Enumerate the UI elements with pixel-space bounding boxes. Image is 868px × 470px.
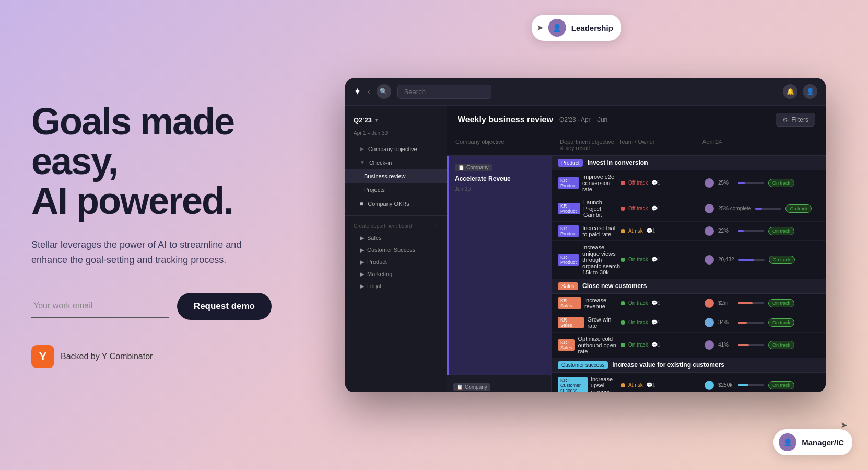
email-input[interactable] <box>31 295 169 318</box>
sidebar: Q2'23 ▾ Apr 1 – Jun 30 ▶ Company objecti… <box>345 106 447 392</box>
kr-value: $250k <box>718 382 734 388</box>
table-row[interactable]: KR · Product Launch Project Gambit Off t… <box>552 196 826 222</box>
kr-value: 41% <box>718 342 734 348</box>
on-track-badge: On track <box>768 318 794 327</box>
table-row[interactable]: KR · Sales Optimize cold outbound open r… <box>552 333 826 358</box>
app-logo: ✦ <box>354 86 361 97</box>
kr-tag: KR · Product <box>558 177 579 189</box>
page-title: Weekly business review <box>458 115 553 124</box>
chat-icon[interactable]: 💬1 <box>651 319 661 325</box>
sidebar-item-marketing[interactable]: ▶Marketing <box>345 268 447 280</box>
main-header: Weekly business review Q2'23 · Apr – Jun… <box>447 106 826 134</box>
table-header: Company objective Department objective &… <box>447 134 826 156</box>
kr-status: Off track 💬1 <box>621 205 705 211</box>
chat-icon[interactable]: 💬1 <box>651 180 661 186</box>
sidebar-item-projects[interactable]: Projects <box>345 183 447 197</box>
col-header-date: April 24 <box>702 139 817 151</box>
kr-meta: 25% On track <box>705 178 819 188</box>
leadership-avatar: 👤 <box>548 19 566 37</box>
sidebar-item-company-okrs[interactable]: ■ Company OKRs <box>345 197 447 211</box>
search-input[interactable] <box>397 85 491 99</box>
kr-meta: 25% complete On track <box>705 204 819 213</box>
yc-badge: Y Backed by Y Combinator <box>31 345 272 368</box>
chat-icon[interactable]: 💬1 <box>646 382 655 388</box>
avatar <box>705 255 714 265</box>
sidebar-item-legal[interactable]: ▶Legal <box>345 280 447 292</box>
objective-card-1[interactable]: 📋Company Accelerate Reveue Jun 30 <box>447 156 551 375</box>
chat-icon[interactable]: 💬1 <box>651 300 661 306</box>
leadership-label: Leadership <box>571 24 613 32</box>
hero-subtitle: Stellar leverages the power of AI to str… <box>31 237 261 268</box>
kr-name: Launch Project Gambit <box>583 199 621 218</box>
kr-meta: 41% On track <box>705 340 819 350</box>
request-demo-button[interactable]: Request demo <box>177 293 272 320</box>
leadership-badge: ➤ 👤 Leadership <box>532 15 621 41</box>
dept-tag-cs: Customer success <box>558 361 608 369</box>
kr-column: Product Invest in conversion KR · Produc… <box>552 156 826 392</box>
main-period: Q2'23 · Apr – Jun <box>559 116 607 123</box>
kr-meta: $2m On track <box>705 299 819 308</box>
status-text: At risk <box>628 382 643 388</box>
chat-icon[interactable]: 💬1 <box>646 228 655 234</box>
kr-value: $2m <box>718 300 734 306</box>
kr-status: On track 💬1 <box>621 257 705 262</box>
kr-name: Grow win rate <box>587 316 621 329</box>
kr-name: Increase upsell revenue <box>591 376 621 392</box>
table-row[interactable]: KR · Sales Grow win rate On track 💬1 34% <box>552 313 826 333</box>
avatar <box>705 204 714 213</box>
on-track-badge: On track <box>768 179 794 187</box>
sidebar-item-checkin[interactable]: ▼ Check-in <box>345 156 447 169</box>
topbar-icons: 🔔 👤 <box>783 84 817 99</box>
notification-icon[interactable]: 🔔 <box>783 84 797 99</box>
kr-group-cs-label: Increase value for existing customers <box>612 361 724 369</box>
sidebar-period[interactable]: Q2'23 ▾ <box>345 114 447 130</box>
sidebar-item-customer-success[interactable]: ▶Customer Success <box>345 244 447 256</box>
avatar <box>705 340 714 350</box>
status-text: On track <box>628 319 648 325</box>
status-dot <box>621 229 625 233</box>
kr-name: Improve e2e conversion rate <box>582 174 621 192</box>
sidebar-item-company-overview[interactable]: ▶ Company objective <box>345 142 447 156</box>
col-header-kr: Department objective & key result <box>560 139 619 151</box>
kr-status: On track 💬1 <box>621 319 705 325</box>
search-icon[interactable]: 🔍 <box>377 84 391 99</box>
kr-meta: 34% On track <box>705 318 819 327</box>
table-row[interactable]: KR · Sales Increase revenue On track 💬1 … <box>552 294 826 313</box>
kr-group-sales-label: Close new customers <box>582 282 647 290</box>
table-row[interactable]: KR · Product Improve e2e conversion rate… <box>552 170 826 196</box>
objective-column: 📋Company Accelerate Reveue Jun 30 📋Compa… <box>447 156 552 392</box>
kr-value: 22% <box>718 228 734 234</box>
kr-tag: KR · Product <box>558 203 580 214</box>
objective-card-2[interactable]: 📋Company March toward profitability Jun … <box>447 375 551 392</box>
sidebar-item-product[interactable]: ▶Product <box>345 256 447 268</box>
user-avatar-icon[interactable]: 👤 <box>803 84 817 99</box>
table-row[interactable]: KR · Customer success Increase upsell re… <box>552 373 826 392</box>
yc-logo: Y <box>31 345 54 368</box>
kr-group-sales: Sales Close new customers <box>552 279 826 294</box>
kr-group-cs: Customer success Increase value for exis… <box>552 358 826 373</box>
nav-chevron[interactable]: ‹ <box>368 87 370 96</box>
filter-button[interactable]: ⚙ Filters <box>776 113 815 127</box>
status-text: At risk <box>628 228 643 234</box>
chat-icon[interactable]: 💬1 <box>651 205 661 211</box>
manager-label: Manager/IC <box>802 438 844 447</box>
manager-avatar: 👤 <box>779 433 796 451</box>
sidebar-section-departments: Create department board + <box>345 220 447 232</box>
yc-text: Backed by Y Combinator <box>61 352 153 361</box>
sidebar-item-sales[interactable]: ▶Sales <box>345 232 447 244</box>
kr-name: Optimize cold outbound open rate <box>578 336 621 354</box>
kr-group-product: Product Invest in conversion <box>552 156 826 170</box>
obj-tag-2: 📋Company <box>453 383 490 391</box>
table-row[interactable]: KR · Product Increase unique views throu… <box>552 241 826 279</box>
kr-meta: $250k On track <box>705 381 819 390</box>
sidebar-item-business-review[interactable]: Business review <box>345 169 447 183</box>
table-row[interactable]: KR · Product Increase trial to paid rate… <box>552 222 826 241</box>
kr-name: Increase unique views through organic se… <box>582 244 621 276</box>
chat-icon[interactable]: 💬1 <box>651 257 661 262</box>
hero-title: Goals made easy, AI powered. <box>31 102 272 221</box>
kr-meta: 22% On track <box>705 226 819 236</box>
status-text: On track <box>628 257 648 262</box>
avatar <box>705 299 714 308</box>
kr-value: 34% <box>718 319 734 325</box>
chat-icon[interactable]: 💬1 <box>651 342 661 348</box>
